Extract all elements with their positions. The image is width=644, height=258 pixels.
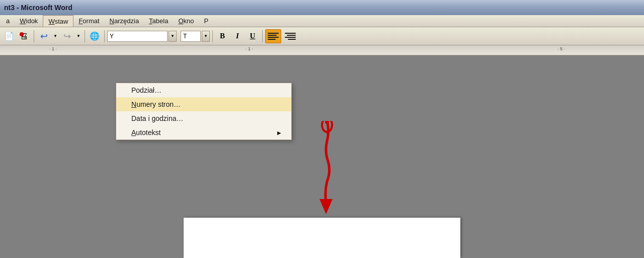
undo-button[interactable]: ↩ [37, 30, 51, 43]
new-document-icon: 📄 [4, 31, 14, 41]
menu-label: Narzędzia [110, 17, 139, 25]
globe-button[interactable]: 🌐 [88, 30, 102, 43]
print-button[interactable]: 🖨 [17, 30, 31, 43]
underline-button[interactable]: U [246, 30, 260, 43]
font-name-value: Y [110, 33, 114, 40]
underline-icon: U [250, 32, 256, 40]
menu-item-plik[interactable]: a [1, 15, 15, 27]
menu-label: P [204, 17, 209, 25]
new-document-button[interactable]: 📄 [2, 30, 16, 43]
menu-item-pomoc[interactable]: P [199, 15, 214, 27]
menu-item-tabela[interactable]: Tabela [144, 15, 173, 27]
font-name-field[interactable]: Y [107, 31, 168, 42]
app-window: nt3 - Microsoft Word a Widok Wstaw Forma… [0, 0, 644, 258]
title-text: nt3 - Microsoft Word [4, 4, 72, 12]
redo-button[interactable]: ↪ [60, 30, 74, 43]
menu-item-narzedzia[interactable]: Narzędzia [105, 15, 144, 27]
dropdown-item-autotekst[interactable]: Autotekst ▶ [116, 125, 291, 140]
menu-label: Widok [20, 17, 38, 25]
menu-item-wstaw[interactable]: Wstaw [43, 15, 73, 27]
bold-icon: B [220, 32, 225, 40]
align-left-icon [266, 31, 280, 41]
undo-icon: ↩ [40, 31, 48, 42]
dropdown-item-label: Numery stron… [131, 100, 181, 108]
dropdown-item-podzial[interactable]: Podział… [116, 83, 291, 97]
ruler-content: · 1 · · 1 · · 5 · [4, 45, 640, 55]
document-page [184, 218, 460, 258]
menu-item-format[interactable]: Format [73, 15, 104, 27]
dropdown-item-label: Data i godzina… [131, 114, 184, 122]
svg-marker-0 [319, 199, 333, 214]
undo-dropdown-arrow[interactable]: ▼ [52, 31, 59, 42]
title-bar: nt3 - Microsoft Word [0, 0, 644, 15]
ruler-mark-2: · 1 · [246, 46, 253, 51]
separator-5 [262, 30, 263, 42]
menu-label: Tabela [149, 17, 168, 25]
dropdown-item-numery-stron[interactable]: Numery stron… [116, 97, 291, 111]
italic-button[interactable]: I [230, 30, 245, 43]
menu-bar: a Widok Wstaw Format Narzędzia Tabela Ok… [0, 15, 644, 27]
font-size-dropdown[interactable]: ▼ [202, 31, 210, 42]
menu-item-widok[interactable]: Widok [15, 15, 43, 27]
globe-icon: 🌐 [90, 31, 100, 41]
svg-point-2 [325, 121, 329, 124]
wstaw-dropdown-menu: Podział… Numery stron… Data i godzina… A… [116, 83, 292, 140]
align-right-button[interactable] [282, 29, 298, 43]
separator-3 [104, 30, 105, 42]
toolbar: 📄 🖨 ↩ ▼ ↪ ▼ 🌐 Y ▼ [0, 27, 644, 45]
document-area: Podział… Numery stron… Data i godzina… A… [0, 55, 644, 258]
ruler-mark-3: · 5 · [557, 46, 565, 51]
menu-label: Format [78, 17, 99, 25]
italic-icon: I [236, 32, 239, 40]
align-right-icon [283, 31, 297, 41]
submenu-arrow-icon: ▶ [277, 130, 281, 136]
menu-label: Okno [178, 17, 194, 25]
font-size-field[interactable]: T [181, 31, 201, 42]
ruler: · 1 · · 1 · · 5 · [0, 45, 644, 55]
separator-1 [34, 30, 34, 42]
font-selector: Y ▼ [107, 31, 177, 42]
menu-label: a [6, 17, 10, 25]
separator-2 [85, 30, 85, 42]
ruler-mark-1: · 1 · [49, 46, 57, 51]
align-left-button[interactable] [265, 29, 281, 43]
font-name-dropdown[interactable]: ▼ [169, 31, 177, 42]
dropdown-item-label: Podział… [131, 86, 162, 94]
dropdown-item-label: Autotekst [131, 128, 160, 137]
font-size-value: T [183, 33, 187, 40]
print-status-icon [20, 32, 24, 36]
dropdown-item-data-godzina[interactable]: Data i godzina… [116, 111, 291, 125]
menu-label: Wstaw [48, 18, 68, 25]
font-size-selector: T ▼ [181, 31, 210, 42]
separator-4 [212, 30, 213, 42]
redo-dropdown-arrow[interactable]: ▼ [75, 31, 82, 42]
svg-point-1 [322, 121, 332, 132]
bold-button[interactable]: B [215, 30, 229, 43]
red-annotation [297, 121, 357, 222]
redo-icon: ↪ [63, 31, 71, 42]
menu-item-okno[interactable]: Okno [173, 15, 199, 27]
